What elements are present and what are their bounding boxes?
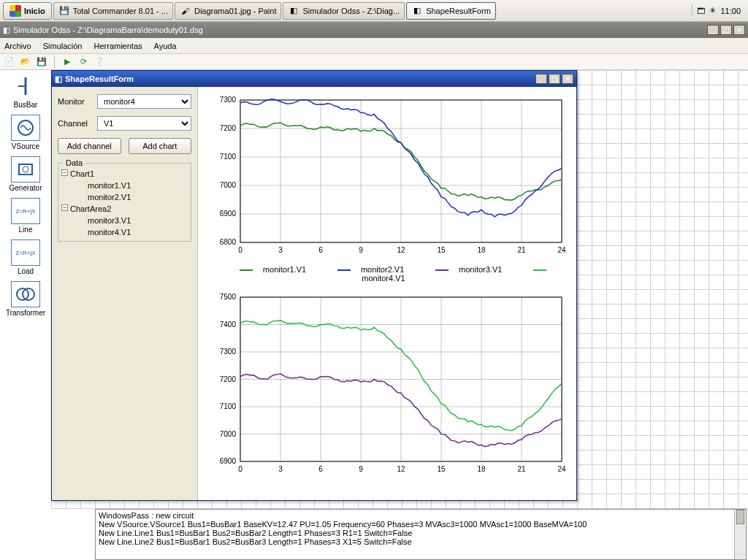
console-line: WindowsPass : new circuit [99, 511, 743, 520]
save-file-icon[interactable]: 💾 [35, 55, 48, 69]
menu-archivo[interactable]: Archivo [4, 42, 31, 50]
new-file-icon[interactable]: 📄 [3, 55, 16, 69]
svg-text:21: 21 [517, 246, 526, 254]
output-console[interactable]: WindowsPass : new circuit New VSource.VS… [95, 509, 747, 560]
data-legend: Data [63, 158, 85, 167]
minimize-button[interactable]: _ [707, 25, 719, 35]
close-button[interactable]: ✕ [562, 74, 573, 84]
tray-icon[interactable]: 🗔 [697, 7, 705, 15]
task-button[interactable]: 🖌Diagrama01.jpg - Paint [175, 2, 282, 20]
tree-leaf[interactable]: monitor4.V1 [70, 226, 188, 238]
svg-text:6900: 6900 [220, 457, 237, 465]
svg-text:6: 6 [318, 465, 323, 473]
channel-select[interactable]: V1 [97, 116, 191, 131]
console-line: New Line.Line1 Bus1=BusBar1 Bus2=BusBar2… [99, 529, 743, 537]
svg-text:0: 0 [238, 246, 243, 254]
app-icon: ◧ [3, 26, 10, 35]
taskbar: Inicio 💾Total Commander 8.01 - ... 🖌Diag… [0, 0, 748, 22]
palette-busbar[interactable]: BusBar [4, 73, 47, 109]
task-button[interactable]: ◧Simulador Odss - Z:\Diag... [283, 2, 405, 20]
task-button[interactable]: 💾Total Commander 8.01 - ... [53, 2, 173, 20]
console-line: New VSource.VSource1 Bus1=BusBar1 BaseKV… [99, 520, 743, 529]
scrollbar[interactable] [734, 510, 746, 559]
windows-icon [9, 5, 21, 17]
run-icon[interactable]: ▶ [61, 55, 74, 69]
data-groupbox: Data −Chart1 monitor1.V1 monitor2.V1 −Ch… [58, 163, 191, 242]
toolbar: 📄 📂 💾 ▶ ⟳ ❔ [0, 54, 748, 70]
svg-text:15: 15 [437, 246, 446, 254]
svg-text:7000: 7000 [220, 430, 237, 438]
task-button[interactable]: ◧ShapeResultForm [406, 2, 496, 20]
svg-text:7300: 7300 [220, 348, 237, 356]
help-icon[interactable]: ❔ [93, 55, 106, 69]
palette-transformer[interactable]: Transformer [4, 281, 47, 317]
svg-text:12: 12 [397, 246, 405, 254]
tree-leaf[interactable]: monitor2.V1 [70, 191, 188, 203]
svg-text:0: 0 [238, 465, 243, 473]
monitor-select[interactable]: monitor4 [97, 94, 191, 109]
legend-swatch [240, 269, 253, 271]
svg-text:6800: 6800 [220, 238, 237, 246]
svg-text:7500: 7500 [220, 293, 237, 301]
svg-text:6: 6 [318, 246, 323, 254]
svg-point-4 [23, 166, 28, 172]
window-title: Simulador Odss - Z:\DiagramaBarra\demodu… [13, 26, 203, 34]
palette-generator[interactable]: Generator [4, 156, 47, 192]
control-panel: Monitor monitor4 Channel V1 Add channel … [52, 87, 198, 500]
close-button[interactable]: ✕ [733, 25, 745, 35]
chart-legend: monitor1.V1 monitor2.V1 monitor3.V1 moni… [204, 261, 570, 290]
menu-herramientas[interactable]: Herramientas [94, 42, 142, 50]
child-titlebar[interactable]: ◧ ShapeResultForm _ ▢ ✕ [52, 71, 576, 87]
svg-text:9: 9 [359, 465, 363, 473]
svg-text:7000: 7000 [220, 181, 237, 189]
console-line: New Line.Line2 Bus1=BusBar1 Bus2=BusBar3… [99, 537, 743, 546]
menu-ayuda[interactable]: Ayuda [154, 42, 177, 50]
add-chart-button[interactable]: Add chart [129, 138, 192, 154]
start-button[interactable]: Inicio [3, 2, 52, 20]
legend-swatch [533, 269, 546, 271]
data-tree[interactable]: −Chart1 monitor1.V1 monitor2.V1 −ChartAr… [61, 168, 188, 238]
clock: 11:00 [720, 7, 741, 15]
svg-text:9: 9 [359, 246, 363, 254]
palette-line[interactable]: Z=R+jXLine [4, 198, 47, 234]
svg-text:18: 18 [477, 465, 486, 473]
svg-text:3: 3 [278, 465, 283, 473]
svg-text:21: 21 [517, 465, 526, 473]
tree-leaf[interactable]: monitor1.V1 [70, 180, 188, 191]
collapse-icon[interactable]: − [61, 204, 68, 211]
maximize-button[interactable]: ▢ [549, 74, 560, 84]
legend-swatch [435, 269, 449, 271]
svg-text:7100: 7100 [220, 402, 237, 410]
legend-swatch [337, 269, 351, 271]
svg-text:3: 3 [278, 246, 283, 254]
collapse-icon[interactable]: − [61, 169, 68, 176]
add-channel-button[interactable]: Add channel [58, 138, 121, 154]
tree-node[interactable]: −Chart1 monitor1.V1 monitor2.V1 [61, 168, 188, 203]
app-icon: ◧ [288, 5, 299, 17]
chart-2: 0369121518212469007000710072007300740075… [204, 290, 570, 480]
palette-vsource[interactable]: VSource [4, 115, 47, 150]
start-label: Inicio [24, 7, 45, 15]
svg-text:7200: 7200 [220, 124, 237, 132]
chart-1: 03691215182124680069007000710072007300 [204, 93, 570, 261]
system-tray: 🗔 ✳ 11:00 [692, 4, 745, 17]
svg-text:24: 24 [557, 465, 566, 473]
tree-leaf[interactable]: monitor3.V1 [70, 215, 188, 226]
chart-panel: 03691215182124680069007000710072007300 m… [198, 87, 576, 500]
child-title: ShapeResultForm [65, 74, 134, 83]
maximize-button[interactable]: ▢ [720, 25, 732, 35]
tree-node[interactable]: −ChartArea2 monitor3.V1 monitor4.V1 [61, 203, 188, 238]
svg-text:7200: 7200 [220, 375, 237, 383]
separator [54, 56, 55, 68]
svg-rect-3 [19, 164, 32, 174]
minimize-button[interactable]: _ [535, 74, 547, 84]
scroll-thumb[interactable] [736, 510, 744, 524]
svg-text:7100: 7100 [220, 153, 237, 161]
palette-load[interactable]: Z=R+jXLoad [4, 239, 47, 275]
open-file-icon[interactable]: 📂 [19, 55, 32, 69]
svg-text:6900: 6900 [220, 210, 237, 218]
tray-icon[interactable]: ✳ [709, 6, 716, 15]
menu-simulacion[interactable]: Simulación [43, 42, 83, 50]
refresh-icon[interactable]: ⟳ [77, 55, 90, 69]
monitor-label: Monitor [58, 97, 93, 106]
